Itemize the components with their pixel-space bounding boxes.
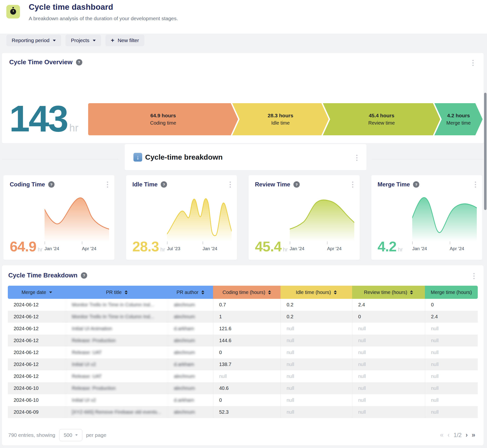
segment-label: Coding time — [150, 120, 176, 126]
chevron-down-icon — [75, 434, 78, 436]
adjacent-card-edge-right — [372, 144, 484, 159]
first-page-button[interactable]: « — [440, 431, 444, 439]
x-axis-tick: Jan '24 — [290, 241, 305, 251]
column-header-pr-title[interactable]: PR title — [66, 286, 168, 299]
kebab-menu-icon[interactable] — [473, 182, 478, 188]
cycle-time-overview-card: Cycle Time Overview ? 143 hr 64.9 hours … — [2, 53, 484, 143]
segment-hours: 28.3 hours — [268, 113, 293, 119]
metric-value-unit: hr — [160, 247, 165, 253]
sort-icon[interactable] — [268, 290, 271, 294]
new-filter-label: New filter — [118, 37, 139, 43]
sort-desc-icon[interactable] — [49, 292, 52, 293]
column-header-review-time-hours-[interactable]: Review time (hours) — [352, 286, 425, 299]
segment-hours: 4.2 hours — [447, 113, 470, 119]
kebab-menu-icon[interactable] — [470, 60, 475, 66]
cycle-time-breakdown-banner-card: ↓ Cycle-time breakdown — [125, 144, 366, 170]
column-header-coding-time-hours-[interactable]: Coding time (hours) — [213, 286, 281, 299]
last-page-button[interactable]: » — [472, 431, 475, 439]
cell-merge-date: 2024-06-10 — [8, 394, 66, 406]
cell-merge-time: null — [425, 358, 478, 370]
sort-icon[interactable] — [201, 290, 204, 294]
tick-label: Jan '24 — [290, 246, 305, 251]
cell-review-time: null — [352, 406, 425, 418]
cell-pr-title: Initial UI Animation — [66, 323, 168, 335]
page-size-select[interactable]: 500 — [59, 429, 82, 441]
plus-icon: + — [111, 37, 114, 43]
cell-pr-title: Release: UAT — [66, 370, 168, 382]
sort-icon[interactable] — [125, 290, 128, 294]
help-icon[interactable]: ? — [81, 272, 87, 279]
sort-icon[interactable] — [334, 290, 337, 294]
cell-merge-time: 2.4 — [425, 311, 478, 323]
tick-mark — [327, 241, 328, 244]
help-icon[interactable]: ? — [161, 181, 167, 188]
column-header-label: Merge date — [21, 290, 46, 295]
projects-dropdown[interactable]: Projects — [66, 35, 101, 46]
tick-label: Apr '24 — [327, 246, 342, 251]
cell-idle-time: null — [281, 382, 352, 394]
cell-coding-time: null — [213, 370, 281, 382]
column-header-pr-author[interactable]: PR author — [168, 286, 213, 299]
cell-idle-time: null — [281, 335, 352, 347]
sort-icon[interactable] — [410, 290, 413, 294]
kebab-menu-icon[interactable] — [471, 273, 476, 279]
down-arrow-icon: ↓ — [133, 153, 142, 162]
vertical-scrollbar[interactable] — [484, 93, 487, 210]
prev-page-button[interactable]: ‹ — [448, 431, 450, 439]
tick-label: Apr '24 — [82, 246, 96, 251]
kebab-menu-icon[interactable] — [228, 182, 233, 188]
metric-value-number: 45.4 — [255, 238, 281, 255]
cell-review-time: null — [352, 382, 425, 394]
metric-card-title: Merge Time — [378, 181, 410, 188]
new-filter-button[interactable]: + New filter — [105, 35, 144, 46]
funnel-segment-coding[interactable]: 64.9 hours Coding time — [88, 103, 238, 135]
column-header-label: Merge time (hours) — [431, 290, 472, 295]
funnel-segment-review[interactable]: 45.4 hours Review time — [323, 103, 440, 135]
cell-coding-time: 0 — [213, 394, 281, 406]
total-cycle-time-unit: hr — [69, 122, 78, 134]
help-icon[interactable]: ? — [413, 181, 419, 188]
table-row: 2024-06-12Release: Productionalechnum144… — [8, 335, 478, 347]
cell-merge-time: null — [425, 323, 478, 335]
per-page-text: per page — [86, 432, 106, 438]
help-icon[interactable]: ? — [48, 181, 55, 188]
x-axis: Jan '24 Apr '24 — [290, 241, 354, 255]
funnel-segment-idle[interactable]: 28.3 hours Idle time — [232, 103, 329, 135]
cell-merge-date: 2024-06-12 — [8, 370, 66, 382]
cell-pr-author: alechnum — [168, 299, 213, 311]
cell-pr-author: alechnum — [168, 370, 213, 382]
cell-pr-title: [XYZ-665] Remove Firebase old events... — [66, 406, 168, 418]
column-header-idle-time-hours-[interactable]: Idle time (hours) — [281, 286, 352, 299]
kebab-menu-icon[interactable] — [350, 182, 355, 188]
page-subtitle: A breakdown analysis of the duration of … — [29, 16, 178, 21]
x-axis: Jul '23 Jan '24 — [167, 241, 232, 255]
reporting-period-dropdown[interactable]: Reporting period — [6, 35, 61, 46]
metric-card-idle-time: Idle Time ? Jul '23 — [126, 175, 237, 260]
tick-mark — [450, 241, 450, 244]
metric-value: 4.2 hr — [378, 238, 403, 255]
table-row: 2024-06-12Release: UATalechnumnullnullnu… — [8, 370, 478, 382]
help-icon[interactable]: ? — [293, 181, 300, 188]
total-cycle-time: 143 hr — [9, 100, 78, 137]
column-header-merge-date[interactable]: Merge date — [8, 286, 66, 299]
segment-label: Review time — [368, 120, 395, 126]
cell-merge-date: 2024-06-12 — [8, 347, 66, 358]
next-page-button[interactable]: › — [466, 431, 468, 439]
cell-merge-date: 2024-06-12 — [8, 358, 66, 370]
help-icon[interactable]: ? — [76, 59, 82, 65]
column-header-label: PR title — [106, 290, 122, 295]
breakdown-table: Merge datePR titlePR authorCoding time (… — [8, 286, 478, 418]
cycle-time-funnel: 64.9 hours Coding time 28.3 hours Idle t… — [88, 103, 483, 135]
column-header-label: Review time (hours) — [364, 290, 407, 295]
table-title: Cycle Time Breakdown ? — [8, 272, 87, 279]
segment-label: Idle time — [271, 120, 290, 126]
kebab-menu-icon[interactable] — [354, 155, 359, 161]
table-row: 2024-06-12Initial UI Animationd.arkham12… — [8, 323, 478, 335]
cell-idle-time: null — [281, 394, 352, 406]
funnel-segment-merge[interactable]: 4.2 hours Merge time — [434, 103, 483, 135]
cell-idle-time: null — [281, 358, 352, 370]
x-axis-tick: Jan '24 — [412, 241, 427, 251]
kebab-menu-icon[interactable] — [105, 182, 110, 188]
cell-idle-time: 0.2 — [281, 311, 352, 323]
column-header-merge-time-hours-[interactable]: Merge time (hours) — [425, 286, 478, 299]
